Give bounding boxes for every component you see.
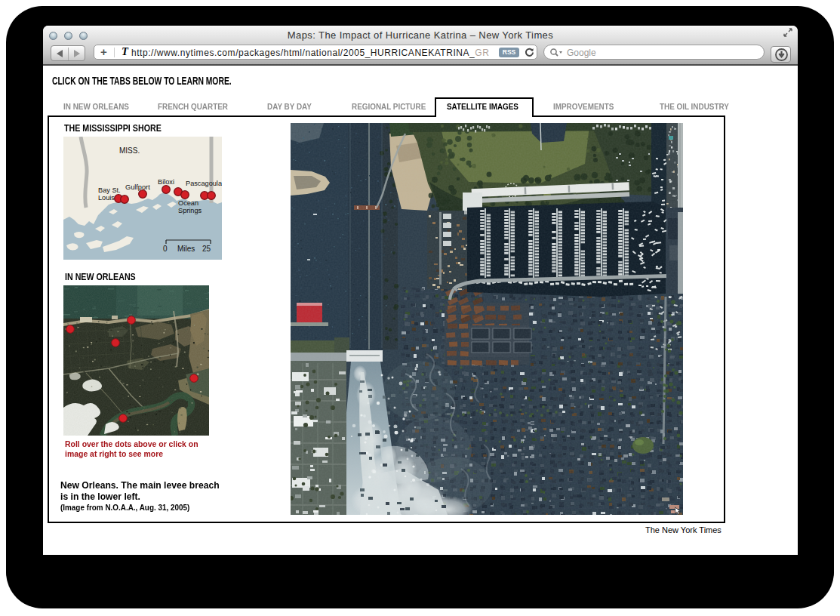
svg-text:Ocean: Ocean	[178, 199, 198, 207]
svg-text:25: 25	[202, 245, 211, 253]
svg-text:Springs: Springs	[178, 207, 202, 214]
svg-text:Pascagoula: Pascagoula	[186, 180, 222, 187]
svg-text:Bay St.: Bay St.	[98, 186, 121, 194]
svg-text:Biloxi: Biloxi	[158, 178, 174, 186]
svg-text:Gulfport: Gulfport	[125, 183, 150, 191]
svg-text:0: 0	[163, 245, 168, 253]
svg-text:MISS.: MISS.	[119, 146, 140, 155]
svg-text:Louis: Louis	[98, 194, 115, 202]
svg-text:Miles: Miles	[177, 245, 195, 253]
